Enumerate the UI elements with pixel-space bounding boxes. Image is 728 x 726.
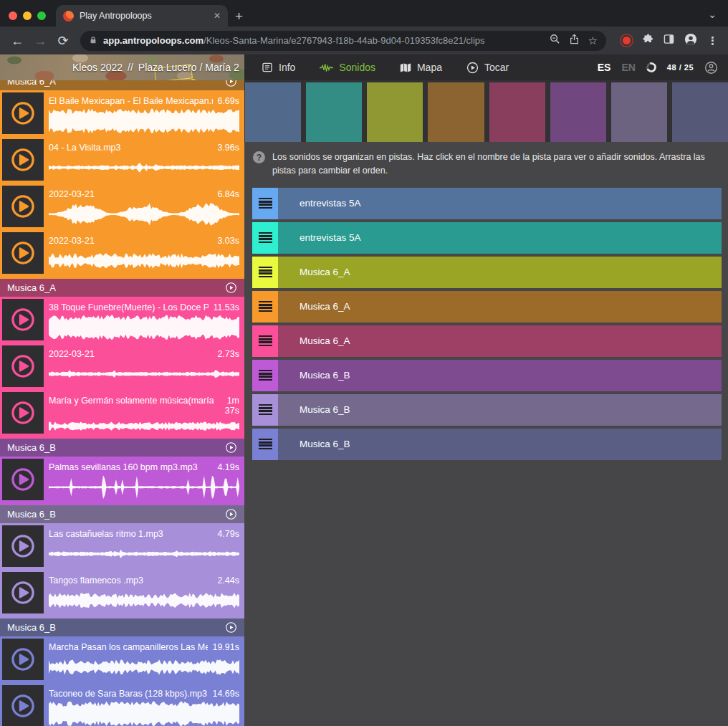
recording-indicator-icon[interactable] <box>623 37 631 44</box>
bookmark-star-icon[interactable]: ☆ <box>588 35 598 46</box>
track-color-swatch[interactable] <box>550 82 606 142</box>
app-header: Kleos 2022 // Plaza Lucero / María 2 Inf… <box>0 54 728 80</box>
clip-row[interactable]: 38 Toque Funebre(Muerte) - Los Doce Par.… <box>2 299 242 340</box>
clip-row[interactable]: María y Germán solamente música(maría 2.… <box>2 392 242 434</box>
account-icon[interactable] <box>704 61 718 75</box>
nav-tab-tocar[interactable]: Tocar <box>466 62 509 74</box>
section-play-icon[interactable] <box>225 282 237 294</box>
zoom-page-icon[interactable] <box>550 34 560 47</box>
share-icon[interactable] <box>570 34 579 47</box>
track-color-swatch[interactable] <box>489 82 545 142</box>
clip-play-button[interactable] <box>2 392 44 434</box>
reload-button[interactable]: ⟳ <box>53 31 73 51</box>
track-row[interactable]: entrevistas 5A <box>252 188 722 219</box>
track-section-header[interactable]: Musica 6_B <box>0 505 244 523</box>
profile-avatar-icon[interactable] <box>684 33 697 49</box>
browser-menu-kebab-icon[interactable]: ⋮ <box>707 34 718 47</box>
clip-list: Marcha Pasan los campanilleros Las Mejor… <box>0 636 244 726</box>
minimize-window-button[interactable] <box>23 11 32 20</box>
url-path: /Kleos-Santa-Marina/e2767943-f18b-44ab-9… <box>203 35 484 46</box>
clip-row[interactable]: 2022-03-213.03s <box>2 232 242 274</box>
track-row[interactable]: Musica 6_A <box>252 257 722 288</box>
clip-name: Marcha Pasan los campanilleros Las Mejor… <box>49 642 208 652</box>
close-window-button[interactable] <box>9 11 17 20</box>
nav-tab-mapa[interactable]: Mapa <box>400 62 442 73</box>
track-color-swatch[interactable] <box>428 82 484 142</box>
clip-duration: 2.73s <box>217 349 239 359</box>
clip-play-button[interactable] <box>2 186 44 227</box>
clip-play-button[interactable] <box>2 92 44 134</box>
track-row[interactable]: Musica 6_B <box>252 360 722 391</box>
track-section-header[interactable]: Musica 6_A <box>0 80 244 90</box>
track-section-header[interactable]: Musica 6_A <box>0 279 244 297</box>
clip-play-button[interactable] <box>2 345 44 387</box>
project-breadcrumb[interactable]: Kleos 2022 // Plaza Lucero / María 2 <box>0 54 244 80</box>
language-en-button[interactable]: EN <box>621 62 635 73</box>
track-row-label: entrevistas 5A <box>300 188 361 219</box>
browser-tab[interactable]: Play Antropoloops ✕ <box>56 5 228 27</box>
side-panel-icon[interactable] <box>664 34 674 47</box>
track-drag-handle[interactable] <box>252 429 278 460</box>
clip-play-button[interactable] <box>2 299 44 340</box>
track-row[interactable]: Musica 6_A <box>252 291 722 323</box>
clip-row[interactable]: 04 - La Visita.mp33.96s <box>2 139 242 181</box>
clip-play-button[interactable] <box>2 639 44 680</box>
clip-play-button[interactable] <box>2 685 44 726</box>
track-section-header[interactable]: Musica 6_B <box>0 439 244 457</box>
tracks-panel: ? Los sonidos se organizan en pistas. Ha… <box>244 80 728 726</box>
language-es-button[interactable]: ES <box>598 62 611 73</box>
clip-waveform <box>49 315 239 340</box>
clip-row[interactable]: Tangos flamencos .mp32.44s <box>2 572 242 613</box>
tab-search-chevron-icon[interactable]: ⌄ <box>708 9 728 27</box>
track-drag-handle[interactable] <box>252 222 278 254</box>
extensions-puzzle-icon[interactable] <box>643 34 653 47</box>
back-button[interactable]: ← <box>7 31 27 51</box>
tab-close-icon[interactable]: ✕ <box>214 11 221 21</box>
track-color-swatch[interactable] <box>367 82 423 142</box>
clip-row[interactable]: Taconeo de Sara Baras (128 kbps).mp314.6… <box>2 685 242 726</box>
omnibox-actions: ☆ <box>550 34 598 47</box>
clip-duration: 6.84s <box>217 189 239 199</box>
nav-tab-info[interactable]: Info <box>262 62 295 73</box>
clip-row[interactable]: Las castañuelas ritmo 1.mp34.79s <box>2 525 242 567</box>
section-play-icon[interactable] <box>225 441 237 454</box>
section-play-icon[interactable] <box>225 508 237 520</box>
clip-row[interactable]: Marcha Pasan los campanilleros Las Mejor… <box>2 639 242 680</box>
clip-play-button[interactable] <box>2 572 44 613</box>
track-row[interactable]: entrevistas 5A <box>252 222 722 254</box>
clip-play-button[interactable] <box>2 525 44 567</box>
track-color-swatch[interactable] <box>245 82 301 142</box>
clip-waveform <box>49 361 239 387</box>
track-drag-handle[interactable] <box>252 360 278 391</box>
clip-row[interactable]: El Baile Mexicapan - El Baile Mexicapan.… <box>2 92 242 134</box>
nav-tab-label: Sonidos <box>339 62 375 73</box>
clip-waveform <box>49 201 239 227</box>
address-bar[interactable]: app.antropoloops.com/Kleos-Santa-Marina/… <box>80 31 606 51</box>
tab-bar: Play Antropoloops ✕ + ⌄ <box>0 0 728 27</box>
track-section-header[interactable]: Musica 6_B <box>0 618 244 636</box>
clip-play-button[interactable] <box>2 139 44 181</box>
track-drag-handle[interactable] <box>252 188 278 219</box>
track-drag-handle[interactable] <box>252 325 278 357</box>
nav-tab-sonidos[interactable]: Sonidos <box>320 62 375 73</box>
track-color-swatch[interactable] <box>672 82 728 142</box>
track-color-swatch[interactable] <box>306 82 362 142</box>
track-drag-handle[interactable] <box>252 291 278 323</box>
track-row[interactable]: Musica 6_B <box>252 429 722 460</box>
track-drag-handle[interactable] <box>252 257 278 288</box>
section-play-icon[interactable] <box>225 621 237 634</box>
zoom-window-button[interactable] <box>37 11 46 20</box>
track-section-name: Musica 6_B <box>7 442 56 453</box>
clip-play-button[interactable] <box>2 232 44 274</box>
track-drag-handle[interactable] <box>252 394 278 426</box>
section-play-icon[interactable] <box>225 80 237 87</box>
clip-play-button[interactable] <box>2 459 44 500</box>
track-row-label: Musica 6_A <box>300 291 350 323</box>
clip-row[interactable]: Palmas sevillanas 160 bpm mp3.mp34.19s <box>2 459 242 500</box>
new-tab-button[interactable]: + <box>228 9 252 27</box>
clip-row[interactable]: 2022-03-216.84s <box>2 186 242 227</box>
track-row[interactable]: Musica 6_B <box>252 394 722 426</box>
clip-row[interactable]: 2022-03-212.73s <box>2 345 242 387</box>
track-color-swatch[interactable] <box>611 82 667 142</box>
track-row[interactable]: Musica 6_A <box>252 325 722 357</box>
